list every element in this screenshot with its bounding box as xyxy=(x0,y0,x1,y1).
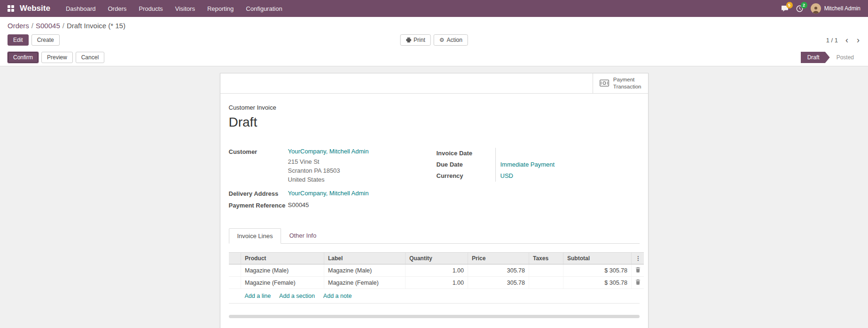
pager-value: 1 / 1 xyxy=(826,37,838,44)
breadcrumb-orders[interactable]: Orders xyxy=(8,22,29,30)
due-date-value-link[interactable]: Immediate Payment xyxy=(500,161,555,168)
menu-visitors[interactable]: Visitors xyxy=(169,0,201,17)
edit-button[interactable]: Edit xyxy=(8,34,29,46)
pager-previous-icon[interactable]: ‹ xyxy=(845,36,849,44)
address-line-2: Scranton PA 18503 xyxy=(288,167,437,176)
payment-label-line2: Transaction xyxy=(613,84,641,89)
add-a-line-link[interactable]: Add a line xyxy=(245,293,271,299)
cell-price[interactable]: 305.78 xyxy=(468,264,529,277)
label-column-header[interactable]: Label xyxy=(324,253,406,264)
form-buttons: Edit Create xyxy=(8,34,60,46)
horizontal-scrollbar[interactable] xyxy=(229,315,640,318)
main-menu: Dashboard Orders Products Visitors Repor… xyxy=(60,0,289,17)
sheet-body: Customer Invoice Draft Customer YourComp… xyxy=(220,94,648,328)
quantity-column-header[interactable]: Quantity xyxy=(406,253,468,264)
systray: 5 2 Mitchell Admin xyxy=(781,3,860,14)
action-button[interactable]: ⚙ Action xyxy=(434,34,468,46)
payment-reference-value: S00045 xyxy=(288,201,309,209)
activities-badge: 2 xyxy=(801,2,807,8)
cell-label[interactable]: Magazine (Male) xyxy=(324,264,406,277)
menu-reporting[interactable]: Reporting xyxy=(201,0,240,17)
invoice-sheet: Payment Transaction Customer Invoice Dra… xyxy=(220,73,649,328)
menu-dashboard[interactable]: Dashboard xyxy=(60,0,102,17)
status-step-draft[interactable]: Draft xyxy=(801,52,830,63)
cell-quantity[interactable]: 1.00 xyxy=(406,264,468,277)
create-button[interactable]: Create xyxy=(31,34,60,46)
handle-column-header xyxy=(229,253,241,264)
cell-product[interactable]: Magazine (Female) xyxy=(241,277,324,289)
print-button[interactable]: Print xyxy=(400,34,431,46)
apps-menu-icon[interactable] xyxy=(8,5,14,12)
activities-icon[interactable]: 2 xyxy=(796,5,803,12)
app-brand[interactable]: Website xyxy=(20,4,50,13)
table-row[interactable]: Magazine (Male) Magazine (Male) 1.00 305… xyxy=(229,264,644,277)
workflow-buttons: Confirm Preview Cancel xyxy=(8,52,104,63)
delete-row-button[interactable] xyxy=(632,277,644,289)
currency-label: Currency xyxy=(437,170,495,182)
avatar xyxy=(811,3,821,14)
tab-other-info[interactable]: Other Info xyxy=(281,228,324,243)
table-footer-links: Add a line Add a section Add a note xyxy=(229,289,640,304)
due-date-label: Due Date xyxy=(437,159,495,170)
breadcrumb: Orders/S00045/Draft Invoice (* 15) xyxy=(0,17,868,31)
pager: 1 / 1 ‹ › xyxy=(826,36,860,44)
table-header-row: Product Label Quantity Price Taxes Subto… xyxy=(229,253,644,264)
currency-value-link[interactable]: USD xyxy=(500,172,513,179)
customer-value-link[interactable]: YourCompany, Mitchell Admin xyxy=(288,148,369,155)
delete-row-button[interactable] xyxy=(632,264,644,277)
cell-taxes[interactable] xyxy=(529,264,563,277)
trash-icon xyxy=(635,279,641,285)
pager-next-icon[interactable]: › xyxy=(856,36,860,44)
main-content: Payment Transaction Customer Invoice Dra… xyxy=(0,66,868,328)
statusbar-states: Draft Posted xyxy=(801,52,860,63)
menu-products[interactable]: Products xyxy=(133,0,169,17)
delivery-address-field: Delivery Address YourCompany, Mitchell A… xyxy=(229,190,437,197)
field-groups: Customer YourCompany, Mitchell Admin 215… xyxy=(229,148,640,212)
control-panel: Edit Create Print ⚙ Action 1 / 1 ‹ › xyxy=(0,31,868,49)
breadcrumb-separator: / xyxy=(63,22,64,30)
top-navbar: Website Dashboard Orders Products Visito… xyxy=(0,0,868,17)
menu-configuration[interactable]: Configuration xyxy=(240,0,288,17)
field-group-left: Customer YourCompany, Mitchell Admin 215… xyxy=(229,148,437,212)
optional-columns-icon[interactable]: ⋮ xyxy=(632,253,644,264)
subtotal-column-header[interactable]: Subtotal xyxy=(563,253,632,264)
confirm-button[interactable]: Confirm xyxy=(8,52,39,63)
trash-icon xyxy=(635,267,641,272)
price-column-header[interactable]: Price xyxy=(468,253,529,264)
menu-orders[interactable]: Orders xyxy=(102,0,133,17)
gear-icon: ⚙ xyxy=(439,37,445,43)
address-line-1: 215 Vine St xyxy=(288,158,437,167)
invoice-date-value[interactable] xyxy=(495,148,640,159)
preview-button[interactable]: Preview xyxy=(41,52,73,63)
notebook-tabs: Invoice Lines Other Info xyxy=(229,228,640,244)
money-icon xyxy=(600,80,609,87)
add-a-section-link[interactable]: Add a section xyxy=(279,293,315,299)
delivery-address-value-link[interactable]: YourCompany, Mitchell Admin xyxy=(288,190,369,197)
cell-quantity[interactable]: 1.00 xyxy=(406,277,468,289)
cell-label[interactable]: Magazine (Female) xyxy=(324,277,406,289)
tab-invoice-lines[interactable]: Invoice Lines xyxy=(229,228,282,244)
payment-transaction-button[interactable]: Payment Transaction xyxy=(593,73,648,93)
cell-taxes[interactable] xyxy=(529,277,563,289)
invoice-date-label: Invoice Date xyxy=(437,148,495,159)
print-label: Print xyxy=(414,37,425,43)
breadcrumb-s00045[interactable]: S00045 xyxy=(36,22,60,30)
taxes-column-header[interactable]: Taxes xyxy=(529,253,563,264)
table-row[interactable]: Magazine (Female) Magazine (Female) 1.00… xyxy=(229,277,644,289)
customer-address: 215 Vine St Scranton PA 18503 United Sta… xyxy=(288,158,437,184)
row-handle[interactable] xyxy=(229,264,241,277)
status-step-posted[interactable]: Posted xyxy=(830,52,860,63)
cell-price[interactable]: 305.78 xyxy=(468,277,529,289)
invoice-lines-table: Product Label Quantity Price Taxes Subto… xyxy=(229,252,644,289)
cell-product[interactable]: Magazine (Male) xyxy=(241,264,324,277)
product-column-header[interactable]: Product xyxy=(241,253,324,264)
payment-reference-label: Payment Reference xyxy=(229,201,288,209)
messages-badge: 5 xyxy=(786,2,793,8)
payment-reference-field: Payment Reference S00045 xyxy=(229,201,437,209)
add-a-note-link[interactable]: Add a note xyxy=(323,293,352,299)
payment-label-line1: Payment xyxy=(613,77,634,82)
user-menu[interactable]: Mitchell Admin xyxy=(811,3,860,14)
row-handle[interactable] xyxy=(229,277,241,289)
cancel-button[interactable]: Cancel xyxy=(76,52,104,63)
messages-icon[interactable]: 5 xyxy=(781,5,789,12)
